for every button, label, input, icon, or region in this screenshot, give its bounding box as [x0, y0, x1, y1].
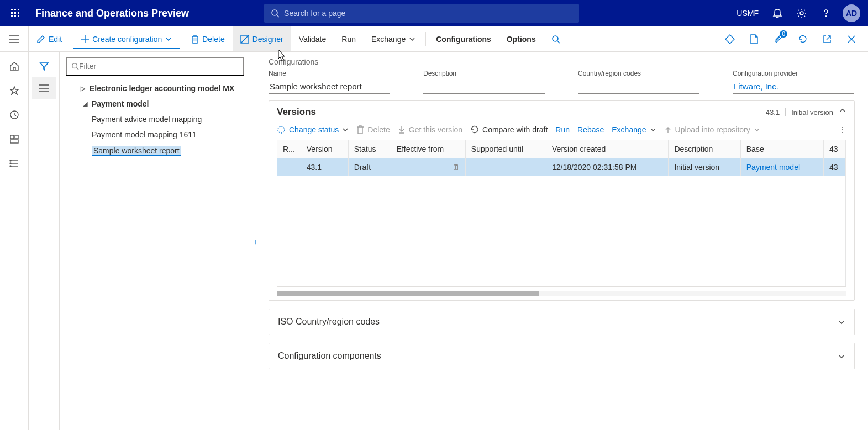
app-launcher-icon[interactable] [4, 2, 27, 24]
upload-repository-button[interactable]: Upload into repository [664, 125, 760, 134]
attachments-icon[interactable]: 0 [767, 28, 790, 50]
name-field[interactable]: Sample worksheet report [269, 79, 390, 94]
calendar-icon[interactable]: 🗓 [452, 163, 460, 172]
chevron-down-icon [650, 126, 656, 133]
svg-point-32 [10, 163, 11, 164]
configurations-tab[interactable]: Configurations [428, 26, 499, 51]
search-box[interactable]: Search for a page [264, 4, 579, 23]
chevron-down-icon [165, 36, 172, 43]
validate-button[interactable]: Validate [291, 26, 334, 51]
home-icon[interactable] [2, 55, 27, 77]
col-base[interactable]: Base [740, 140, 823, 158]
tree-item-ledger-model[interactable]: ▷Electronic ledger accounting model MX [64, 81, 250, 96]
trash-icon [356, 125, 364, 134]
versions-grid[interactable]: R... Version Status Effective from Suppo… [277, 140, 846, 287]
provider-label: Configuration provider [733, 70, 854, 77]
tree-item-payment-advice-mapping[interactable]: Payment advice model mapping [64, 112, 250, 127]
svg-line-19 [241, 35, 249, 43]
region-field[interactable] [578, 79, 699, 94]
horizontal-scrollbar[interactable] [277, 291, 846, 296]
cell-created[interactable]: 12/18/2020 02:31:58 PM [546, 158, 669, 177]
tree-item-payment-model[interactable]: ◢Payment model [64, 96, 250, 112]
search-icon [551, 35, 560, 44]
cell-effective[interactable]: 🗓 [391, 158, 465, 177]
document-icon[interactable] [743, 28, 765, 50]
compare-button[interactable]: Compare with draft [470, 125, 548, 134]
svg-point-37 [72, 63, 77, 68]
workspaces-icon[interactable] [2, 128, 27, 150]
find-button[interactable] [544, 26, 568, 51]
designer-button[interactable]: Designer [233, 26, 291, 51]
tree-item-payment-mapping-1611[interactable]: Payment model mapping 1611 [64, 127, 250, 142]
create-configuration-button[interactable]: Create configuration [73, 30, 180, 49]
version-exchange-button[interactable]: Exchange [612, 125, 656, 134]
favorites-icon[interactable] [2, 79, 27, 102]
col-status[interactable]: Status [348, 140, 391, 158]
separator [425, 32, 426, 46]
cell-version[interactable]: 43.1 [301, 158, 348, 177]
filter-icon[interactable] [32, 55, 56, 77]
svg-rect-25 [10, 135, 14, 139]
refresh-icon[interactable] [792, 28, 814, 50]
trash-icon [191, 35, 199, 44]
iso-region-panel[interactable]: ISO Country/region codes [269, 309, 855, 335]
svg-point-33 [10, 166, 11, 167]
modules-icon[interactable] [2, 152, 27, 174]
options-tab[interactable]: Options [499, 26, 544, 51]
svg-point-39 [278, 126, 285, 133]
rebase-button[interactable]: Rebase [577, 125, 604, 134]
col-description[interactable]: Description [669, 140, 740, 158]
col-effective[interactable]: Effective from [391, 140, 465, 158]
col-created[interactable]: Version created [546, 140, 669, 158]
search-icon [71, 62, 79, 70]
change-status-button[interactable]: Change status [277, 125, 349, 134]
search-placeholder: Search for a page [284, 9, 345, 18]
cell-status[interactable]: Draft [348, 158, 391, 177]
version-run-button[interactable]: Run [555, 125, 570, 134]
recent-icon[interactable] [2, 104, 27, 126]
col-supported[interactable]: Supported until [465, 140, 546, 158]
get-version-button[interactable]: Get this version [398, 125, 462, 134]
col-base-ver[interactable]: 43 [824, 140, 846, 158]
splitter-handle[interactable]: ▮ [255, 238, 256, 244]
designer-icon [240, 35, 249, 44]
tree-item-sample-worksheet-report[interactable]: Sample worksheet report [64, 142, 250, 159]
chevron-down-icon [754, 126, 760, 133]
company-selector[interactable]: USMF [731, 9, 764, 18]
description-field[interactable] [423, 79, 545, 94]
svg-point-12 [825, 16, 827, 17]
components-panel[interactable]: Configuration components [269, 343, 855, 369]
cell-base[interactable]: Payment model [740, 158, 823, 177]
versions-panel: Versions 43.1 Initial version Change sta… [269, 100, 855, 301]
cell-base-ver[interactable]: 43 [824, 158, 846, 177]
tree-filter[interactable] [66, 57, 244, 75]
col-r[interactable]: R... [277, 140, 301, 158]
grid-row[interactable]: 43.1 Draft 🗓 12/18/2020 02:31:58 PM Init… [277, 158, 846, 177]
cell-supported[interactable] [465, 158, 546, 177]
list-view-icon[interactable] [32, 77, 56, 99]
collapse-icon[interactable] [839, 107, 846, 118]
help-icon[interactable] [815, 2, 837, 24]
breadcrumb: Configurations [269, 57, 855, 66]
run-button[interactable]: Run [334, 26, 364, 51]
provider-field[interactable]: Litware, Inc. [733, 79, 854, 94]
nav-toggle-icon[interactable] [0, 26, 29, 51]
overflow-icon[interactable]: ⋮ [839, 125, 846, 134]
edit-button[interactable]: Edit [29, 26, 70, 51]
cell-description[interactable]: Initial version [669, 158, 740, 177]
version-delete-button[interactable]: Delete [356, 125, 390, 134]
svg-line-10 [277, 15, 279, 17]
diamond-icon[interactable] [719, 28, 741, 50]
notifications-icon[interactable] [766, 2, 788, 24]
col-version[interactable]: Version [301, 140, 348, 158]
close-icon[interactable] [840, 28, 862, 50]
user-avatar[interactable]: AD [843, 4, 860, 22]
chevron-down-icon [342, 126, 349, 133]
tree-filter-input[interactable] [79, 62, 239, 71]
svg-rect-8 [18, 15, 19, 17]
exchange-button[interactable]: Exchange [364, 26, 423, 51]
popout-icon[interactable] [816, 28, 838, 50]
delete-button[interactable]: Delete [183, 26, 232, 51]
detail-content: ▮ Configurations Name Sample worksheet r… [255, 52, 868, 430]
settings-icon[interactable] [791, 2, 813, 24]
